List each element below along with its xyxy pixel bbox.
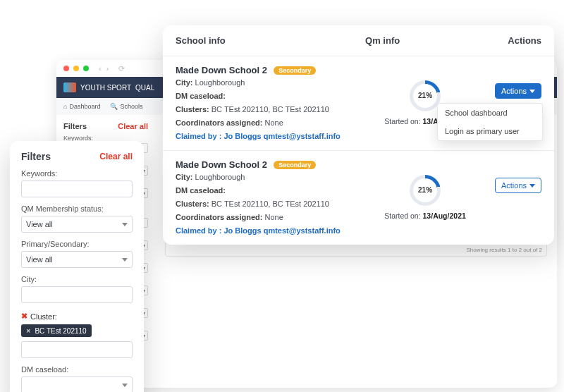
remove-filter-icon[interactable]: ✖ <box>21 312 27 321</box>
window-min-dot[interactable] <box>73 66 79 71</box>
col-actions: Actions <box>485 35 541 46</box>
chevron-down-icon <box>529 184 535 188</box>
filters-panel: Filters Clear all Keywords: QM Membershi… <box>10 141 144 392</box>
cluster-chip[interactable]: × BC TEst 202110 <box>21 324 92 337</box>
caseload-select[interactable] <box>21 376 133 392</box>
bg-filters-clear[interactable]: Clear all <box>118 122 148 130</box>
nav-schools[interactable]: 🔍 Schools <box>110 103 142 110</box>
label-primsec: Primary/Secondary: <box>21 240 133 248</box>
started-on: Started on: 13/Aug/2021 <box>384 212 466 220</box>
bg-filters-title: Filters <box>63 122 87 130</box>
col-school-info: School info <box>176 35 365 46</box>
chip-close-icon[interactable]: × <box>26 326 30 335</box>
chevron-down-icon <box>122 384 128 387</box>
schools-table-card: School info Qm info Actions Made Down Sc… <box>163 25 554 245</box>
table-row: Made Down School 2 Secondary City: Lough… <box>163 151 554 245</box>
dropdown-login-as-primary[interactable]: Login as primary user <box>438 122 542 140</box>
label-city: City: <box>21 275 133 283</box>
chevron-down-icon <box>122 223 128 226</box>
table-header: School info Qm info Actions <box>163 25 554 56</box>
nav-dashboard[interactable]: ⌂ Dashboard <box>63 103 100 110</box>
actions-button[interactable]: Actions <box>495 178 541 193</box>
school-name: Made Down School 2 <box>176 159 267 170</box>
school-name: Made Down School 2 <box>176 65 267 75</box>
claimed-by-link[interactable]: Claimed by : Jo Bloggs qmtest@yststaff.i… <box>176 226 365 235</box>
chevron-down-icon <box>122 258 128 262</box>
table-row: Made Down School 2 Secondary City: Lough… <box>163 56 554 151</box>
col-qm-info: Qm info <box>365 35 485 46</box>
primsec-select[interactable]: View all <box>21 251 133 268</box>
refresh-icon[interactable]: ⟳ <box>118 64 125 73</box>
filters-title: Filters <box>21 151 51 162</box>
brand-suffix: QUAL <box>135 84 154 92</box>
membership-select[interactable]: View all <box>21 216 133 233</box>
cluster-input[interactable] <box>21 341 133 358</box>
results-footer: Showing results 1 to 2 out of 2 <box>166 244 546 256</box>
label-membership: QM Membership status: <box>21 204 133 213</box>
school-tag: Secondary <box>274 161 316 169</box>
actions-dropdown: School dashboard Login as primary user <box>437 103 543 141</box>
claimed-by-link[interactable]: Claimed by : Jo Bloggs qmtest@yststaff.i… <box>176 132 365 140</box>
keywords-input[interactable] <box>21 180 133 197</box>
label-caseload: DM caseload: <box>21 365 133 374</box>
window-max-dot[interactable] <box>83 66 89 71</box>
city-input[interactable] <box>21 286 133 303</box>
nav-arrows-icon[interactable]: ‹ › <box>99 64 110 73</box>
school-tag: Secondary <box>274 66 316 75</box>
label-cluster: Cluster: <box>30 312 57 321</box>
logo-icon <box>63 82 76 92</box>
window-close-dot[interactable] <box>63 66 69 71</box>
chevron-down-icon <box>529 90 535 93</box>
progress-ring: 21% <box>410 80 441 111</box>
clear-all-link[interactable]: Clear all <box>99 152 133 161</box>
brand-text: YOUTH SPORT <box>80 84 131 92</box>
dropdown-school-dashboard[interactable]: School dashboard <box>438 104 542 122</box>
label-keywords: Keywords: <box>21 169 133 178</box>
actions-button[interactable]: Actions <box>495 83 541 99</box>
progress-ring: 21% <box>410 175 441 206</box>
